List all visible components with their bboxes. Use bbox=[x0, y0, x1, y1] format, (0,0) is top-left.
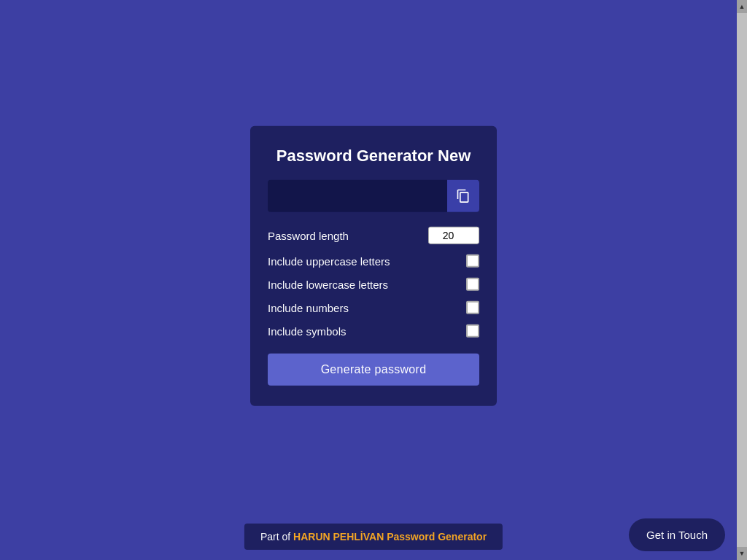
card-title: Password Generator New bbox=[268, 147, 479, 166]
scroll-down-button[interactable]: ▼ bbox=[737, 547, 747, 560]
footer-prefix: Part of bbox=[260, 531, 293, 542]
footer-brand: HARUN PEHLİVAN Password Generator bbox=[293, 531, 487, 542]
scrollbar: ▲ ▼ bbox=[737, 0, 747, 560]
generate-password-button[interactable]: Generate password bbox=[268, 354, 479, 386]
password-generator-card: Password Generator New Password length I… bbox=[250, 126, 497, 406]
option-row-lowercase: Include lowercase letters bbox=[268, 278, 479, 291]
password-output-wrap bbox=[268, 180, 479, 212]
uppercase-label: Include uppercase letters bbox=[268, 254, 390, 267]
lowercase-label: Include lowercase letters bbox=[268, 278, 388, 290]
symbols-label: Include symbols bbox=[268, 324, 347, 337]
password-length-input[interactable] bbox=[428, 227, 479, 244]
option-row-uppercase: Include uppercase letters bbox=[268, 254, 479, 268]
footer-bar: Part of HARUN PEHLİVAN Password Generato… bbox=[244, 524, 503, 550]
copy-button[interactable] bbox=[447, 180, 479, 212]
password-length-label: Password length bbox=[268, 229, 349, 241]
symbols-checkbox[interactable] bbox=[466, 324, 479, 338]
option-row-symbols: Include symbols bbox=[268, 324, 479, 338]
password-output-field[interactable] bbox=[268, 180, 447, 212]
option-row-numbers: Include numbers bbox=[268, 301, 479, 314]
get-in-touch-button[interactable]: Get in Touch bbox=[629, 518, 725, 551]
numbers-checkbox[interactable] bbox=[466, 301, 479, 314]
clipboard-icon bbox=[456, 189, 471, 203]
uppercase-checkbox[interactable] bbox=[466, 254, 479, 268]
scroll-up-button[interactable]: ▲ bbox=[737, 0, 747, 13]
lowercase-checkbox[interactable] bbox=[466, 278, 479, 291]
numbers-label: Include numbers bbox=[268, 301, 349, 314]
password-length-row: Password length bbox=[268, 227, 479, 244]
